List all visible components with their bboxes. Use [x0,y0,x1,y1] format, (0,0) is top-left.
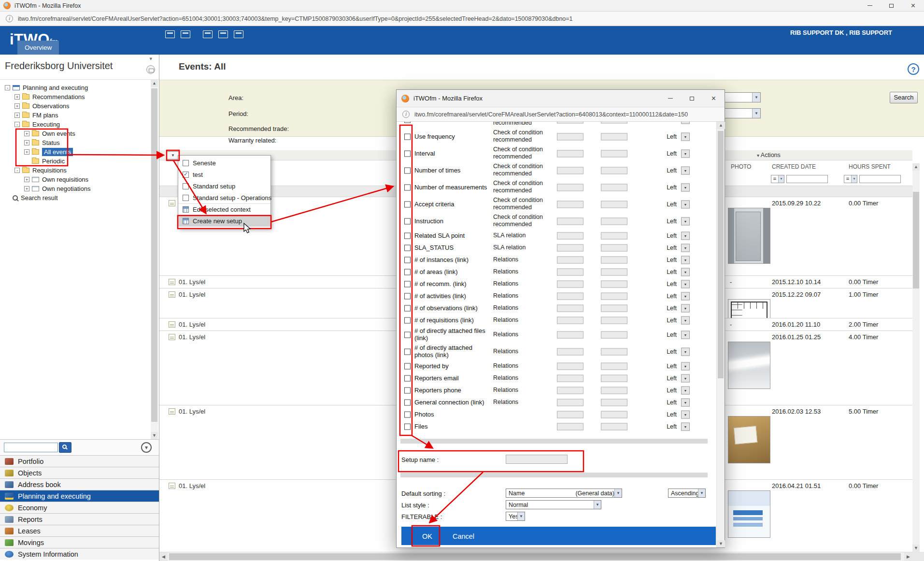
setup-name-input[interactable] [506,455,568,464]
tree-toggle[interactable]: + [14,103,20,109]
table-horizontal-scrollbar[interactable]: ◀ ▶ [159,552,924,561]
align-dropdown[interactable] [681,398,690,406]
tree-toggle[interactable]: + [24,140,29,145]
print-icon[interactable] [181,30,190,38]
scroll-left-icon[interactable]: ◀ [159,552,168,561]
sidebar-menu-item[interactable]: Leases [0,525,159,536]
tree-item[interactable]: - Requisitions [0,166,150,175]
field-input-2[interactable] [601,133,627,140]
field-input-1[interactable] [557,362,583,370]
search-page-icon[interactable] [203,30,213,38]
context-menu-item[interactable]: test [178,169,270,180]
dialog-scrollbar[interactable]: ▲ ▼ [716,122,725,547]
tab-overview[interactable]: Overview [17,41,59,55]
field-checkbox[interactable] [404,305,411,311]
align-dropdown[interactable] [681,292,690,300]
align-dropdown[interactable] [681,331,690,339]
field-input-1[interactable] [557,150,583,157]
align-dropdown[interactable] [681,316,690,324]
field-input-2[interactable] [601,268,627,275]
field-input-2[interactable] [601,362,627,370]
field-input-2[interactable] [601,331,627,338]
field-checkbox[interactable] [404,201,411,207]
field-input-2[interactable] [601,184,627,191]
field-input-1[interactable] [557,256,583,263]
field-input-2[interactable] [601,292,627,300]
tree-item[interactable]: + Status [0,138,150,147]
context-menu-item[interactable]: Edit selected context [178,203,270,215]
default-sorting-select[interactable]: Name (General data) [506,489,622,498]
align-dropdown[interactable] [681,304,690,312]
collapse-sidebar-icon[interactable] [149,56,152,62]
field-input-2[interactable] [601,167,627,174]
field-input-2[interactable] [601,201,627,208]
tree-item[interactable]: + Recommendations [0,92,150,101]
field-input-2[interactable] [601,411,627,418]
scroll-down-icon[interactable]: ▼ [912,545,920,552]
align-dropdown[interactable] [681,422,690,431]
column-photo[interactable]: PHOTO [731,163,751,170]
align-dropdown[interactable] [681,386,690,394]
field-checkbox[interactable] [404,348,411,355]
table-vertical-scrollbar[interactable]: ▲ ▼ [912,163,920,552]
field-input-2[interactable] [601,387,627,394]
field-checkbox[interactable] [404,387,411,393]
tree-toggle[interactable]: + [14,113,20,118]
site-info-icon[interactable] [6,15,13,22]
field-input-2[interactable] [601,280,627,288]
field-input-1[interactable] [557,387,583,394]
ok-button[interactable]: OK [422,532,432,540]
field-input-2[interactable] [601,232,627,239]
scrollbar-thumb[interactable] [913,192,919,288]
field-input-1[interactable] [557,411,583,418]
align-dropdown[interactable] [681,231,690,240]
expand-panel-icon[interactable] [141,442,152,453]
tree-scrollbar[interactable]: ▲ ▼ [151,80,158,439]
created-filter-operator[interactable]: = [771,175,784,183]
minimize-button[interactable] [859,0,881,11]
sidebar-menu-item[interactable]: Address book [0,478,159,490]
field-checkbox[interactable] [404,399,411,405]
sidebar-menu-item[interactable]: Reports [0,513,159,525]
field-checkbox[interactable] [404,269,411,275]
tree-item[interactable]: + Observations [0,101,150,111]
sidebar-menu-item[interactable]: System Information [0,548,159,560]
sidebar-menu-item[interactable]: Objects [0,467,159,478]
scrollbar-thumb[interactable] [151,88,157,422]
field-checkbox[interactable] [404,317,411,323]
tree-toggle[interactable]: + [24,149,29,155]
field-checkbox[interactable] [404,293,411,299]
align-dropdown[interactable] [681,268,690,276]
align-dropdown[interactable] [681,362,690,370]
tree-toggle[interactable]: + [24,131,29,136]
field-input-1[interactable] [557,232,583,239]
field-input-1[interactable] [557,280,583,288]
tree-item[interactable]: - Executing [0,120,150,129]
sidebar-search-button[interactable] [59,442,71,453]
scrollbar-thumb[interactable] [718,131,724,378]
tree-toggle[interactable]: + [14,94,20,100]
tree-toggle[interactable]: + [24,177,29,182]
filterable-select[interactable]: Yes [506,512,525,521]
align-dropdown[interactable] [681,183,690,191]
field-input-1[interactable] [557,184,583,191]
event-photo[interactable] [728,416,770,463]
dialog-maximize-button[interactable] [681,90,703,107]
maximize-button[interactable] [881,0,902,11]
field-checkbox[interactable] [404,167,411,173]
url-bar[interactable]: itwo.fm/corefmareal/servlet/CoreFMArealU… [0,12,924,26]
field-input-1[interactable] [557,423,583,430]
field-input-2[interactable] [601,256,627,263]
tree-toggle[interactable]: - [14,168,20,173]
field-checkbox[interactable] [404,411,411,417]
align-dropdown[interactable] [681,256,690,264]
field-input-2[interactable] [601,150,627,157]
field-input-1[interactable] [557,122,583,123]
field-input-2[interactable] [601,122,627,123]
field-input-2[interactable] [601,217,627,225]
scroll-right-icon[interactable]: ▶ [904,552,912,561]
field-checkbox[interactable] [404,363,411,369]
sidebar-menu-item[interactable]: Economy [0,502,159,513]
tree-item[interactable]: + Own requisitions [0,175,150,184]
field-checkbox[interactable] [404,232,411,239]
